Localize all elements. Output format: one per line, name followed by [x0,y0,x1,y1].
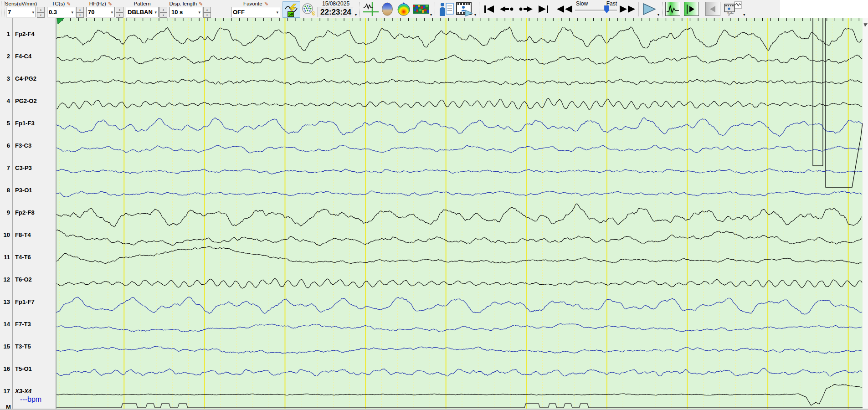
head-3d-icon [380,2,394,16]
green-waveform-icon [667,4,679,14]
channel-row-F7-T3[interactable]: 14F7-T3 [0,321,56,328]
rewind-icon [557,5,572,13]
chevron-down-icon: ▾ [154,10,157,15]
notch-50-badge: 50 [288,11,294,17]
step-back-button[interactable] [498,1,515,17]
channel-label: X3-X4 [15,388,31,395]
play-button[interactable] [641,1,657,17]
date-label: 15/08/2025 [322,0,349,7]
favorite-select[interactable]: OFF▾ [231,7,280,17]
topography-map-button[interactable] [395,1,412,17]
hf-select[interactable]: 70▾ [86,7,115,17]
toolbar: Sens(uV/mm) 7▾ ▲ ▼ TC(s)✎ 0.3▾ ▲ ▼ HF(Hz… [0,0,780,19]
scrollbar-handle-icon[interactable] [863,21,868,27]
tc-up-button[interactable]: ▲ [76,7,84,12]
head-3d-map-button[interactable] [379,1,395,17]
channel-row-C4-PG2[interactable]: 3C4-PG2 [0,75,56,82]
review-waveform-button[interactable] [665,2,680,16]
channel-row-T6-O2[interactable]: 12T6-O2 [0,276,56,283]
hf-up-button[interactable]: ▲ [116,7,123,12]
channel-row-PG2-O2[interactable]: 4PG2-O2 [0,97,56,104]
sensitivity-select[interactable]: 7▾ [6,7,36,17]
channel-label: C4-PG2 [15,75,36,82]
channel-row-Fp1-F7[interactable]: 13Fp1-F7 [0,298,56,306]
spectrogram-icon [413,5,429,14]
channel-row-T5-O1[interactable]: 16T5-O1 [0,365,56,373]
topo-map-icon [396,2,411,16]
chevron-down-icon: ▾ [198,10,200,15]
channel-row-C3-P3[interactable]: 7C3-P3 [0,164,56,171]
go-to-end-icon [539,5,549,13]
go-to-start-button[interactable] [482,1,496,17]
tc-select[interactable]: 0.3▾ [47,7,75,17]
pattern-spinner: ▲ ▼ [159,7,167,18]
channel-row-P3-O1[interactable]: 8P3-O1 [0,186,56,194]
channel-label: Fp2-F4 [15,31,35,37]
channel-row-X3-X4[interactable]: 17X3-X4 [0,388,56,395]
video-film-icon [456,2,473,16]
edit-pencil-icon[interactable]: ✎ [198,1,203,5]
video-button[interactable] [455,1,474,17]
clip-video-button[interactable]: ✂ [723,1,743,17]
play-dropdown-arrow[interactable]: ▾ [657,13,659,17]
speed-slider-thumb[interactable] [604,5,609,13]
bpm-label: ---bpm [20,395,41,404]
cursor-measure-button[interactable] [363,1,379,17]
channel-number: 8 [0,187,10,194]
pattern-down-button[interactable]: ▼ [159,12,167,18]
video-dropdown-arrow[interactable]: ▾ [474,13,476,17]
channel-row-Fp2-F4[interactable]: 1Fp2-F4 [0,30,56,37]
separator [662,2,663,16]
speed-slider[interactable]: Slow Fast [574,0,618,16]
display-length-down-button[interactable]: ▼ [203,12,211,18]
toolbar-grip[interactable] [1,1,5,17]
play-selection-icon [686,5,697,14]
clip-dropdown-arrow[interactable]: ▾ [743,13,745,17]
speed-slow-label: Slow [576,0,588,7]
datetime-dropdown-arrow[interactable]: ▾ [355,13,357,17]
channel-number: 11 [0,254,10,261]
channel-row-Fp1-F3[interactable]: 5Fp1-F3 [0,119,56,127]
montage-settings-button[interactable]: ⚙ [300,1,316,17]
right-scroll-strip[interactable] [863,18,868,409]
hf-down-button[interactable]: ▼ [116,12,123,18]
eeg-trace-area[interactable] [56,18,863,409]
map-dropdown-arrow[interactable]: ▾ [430,13,432,17]
step-forward-button[interactable] [518,1,534,17]
display-length-up-button[interactable]: ▲ [203,7,211,12]
edit-pencil-icon[interactable]: ✎ [263,1,268,5]
fast-forward-button[interactable] [619,1,636,17]
hf-label: HF(Hz) [89,1,106,6]
tc-down-button[interactable]: ▼ [76,12,84,18]
go-to-start-icon [484,5,494,13]
speed-slider-track[interactable] [575,10,617,11]
patient-info-button[interactable] [438,1,455,17]
edit-pencil-icon[interactable]: ✎ [108,1,112,5]
pattern-up-button[interactable]: ▲ [159,7,167,12]
sensitivity-up-button[interactable]: ▲ [37,7,45,12]
notch-filter-50hz-button[interactable]: 50 [282,1,300,18]
channel-number: 15 [0,343,10,350]
channel-row-Fp2-F8[interactable]: 9Fp2-F8 [0,209,56,216]
favorite-label: Favorite [243,1,262,6]
channel-row-F3-C3[interactable]: 6F3-C3 [0,142,56,149]
sensitivity-spinner: ▲ ▼ [37,7,45,18]
play-selection-button[interactable] [684,2,699,16]
rewind-button[interactable] [556,1,573,17]
separator [360,2,360,16]
channel-row-F8-T4[interactable]: 10F8-T4 [0,231,56,239]
channel-number: 4 [0,97,10,104]
spectrogram-button[interactable] [412,1,430,17]
channel-number: 14 [0,321,10,328]
display-length-select[interactable]: 10 s▾ [169,7,202,17]
channel-number: 3 [0,75,10,82]
sensitivity-down-button[interactable]: ▼ [37,12,45,18]
channel-row-F4-C4[interactable]: 2F4-C4 [0,52,56,60]
channel-label: Fp1-F7 [15,298,35,305]
go-to-end-button[interactable] [537,1,550,17]
channel-row-T3-T5[interactable]: 15T3-T5 [0,343,56,350]
chevron-down-icon: ▾ [32,10,34,15]
edit-pencil-icon[interactable]: ✎ [66,1,71,5]
channel-row-T4-T6[interactable]: 11T4-T6 [0,254,56,261]
pattern-select[interactable]: DBLBAN▾ [126,7,159,17]
